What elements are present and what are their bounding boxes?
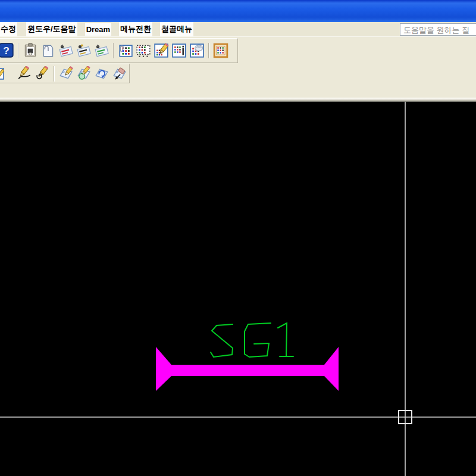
tag-refresh-icon	[94, 66, 109, 82]
menu-item-modify[interactable]: 수정	[0, 22, 17, 36]
toolbar-dock: ?	[0, 37, 476, 102]
toolbar-separator	[208, 43, 209, 58]
toolbar-separator	[113, 43, 114, 58]
menu-item-menu-switch[interactable]: 메뉴전환	[119, 22, 152, 36]
menu-bar: 수정 윈도우/도움말 Dream 메뉴전환 철골메뉴 도움말을 원하는 질	[0, 22, 476, 37]
matchprop-green-button[interactable]	[93, 42, 111, 60]
copy-link-button[interactable]	[39, 42, 57, 60]
glyph-G	[245, 323, 271, 357]
tag-edit-circle-button[interactable]	[75, 65, 93, 82]
pencil-curve-icon	[17, 66, 32, 82]
block-globe-icon	[189, 43, 205, 58]
matchprop-yellow-button[interactable]	[75, 42, 93, 60]
matchprop-yellow-icon	[76, 43, 92, 58]
glyph-S	[211, 324, 233, 357]
tag-pencil-icon	[58, 66, 74, 82]
block-edit-pencil-icon	[154, 43, 169, 58]
toolbar-text-edit	[0, 64, 130, 83]
girder-symbol[interactable]: SG1	[156, 323, 339, 391]
clipped-edit-button[interactable]	[0, 65, 15, 82]
block-paperclip-icon	[118, 43, 133, 58]
edit-polyline-button[interactable]	[15, 65, 33, 82]
pencil-hook-icon	[35, 66, 50, 82]
beam-label	[211, 323, 293, 357]
matchprop-green-icon	[94, 43, 109, 58]
menu-item-steel-menu[interactable]: 철골메뉴	[160, 22, 193, 36]
help-icon: ?	[0, 43, 14, 58]
title-bar	[0, 0, 476, 22]
menu-item-window-help[interactable]: 윈도우/도움말	[26, 22, 77, 36]
tag-pencil-circle-icon	[76, 66, 92, 82]
tag-edit-button[interactable]	[57, 65, 75, 82]
tag-eraser-arrow-icon	[112, 66, 127, 82]
beam-right-arrowhead	[324, 347, 339, 391]
beam-bar	[171, 365, 324, 376]
block-marquee-icon	[136, 43, 151, 58]
block-globe-button[interactable]	[188, 42, 206, 60]
clipboard-paper-icon	[40, 43, 56, 58]
block-attribute-button[interactable]	[170, 42, 188, 60]
paste-icon	[23, 43, 38, 58]
menu-item-dream[interactable]: Dream	[85, 23, 111, 36]
toolbar-standard: ?	[0, 38, 238, 63]
clipped-pencil-sheet-icon	[0, 67, 12, 81]
tag-refresh-button[interactable]	[93, 65, 111, 82]
matchprop-red-icon	[58, 43, 74, 58]
paste-button[interactable]	[21, 42, 39, 60]
block-library-button[interactable]	[212, 42, 230, 60]
matchprop-red-button[interactable]	[57, 42, 75, 60]
tag-erase-button[interactable]	[111, 65, 129, 82]
help-search-input[interactable]: 도움말을 원하는 질	[400, 23, 476, 36]
glyph-1-flag	[278, 323, 287, 356]
beam-left-arrowhead	[156, 347, 171, 391]
block-attribute-icon	[171, 43, 187, 58]
help-button[interactable]: ?	[0, 42, 15, 60]
svg-text:?: ?	[3, 45, 10, 57]
drawing-canvas[interactable]: SG1	[0, 102, 476, 476]
toolbar-separator	[54, 66, 55, 82]
crosshair-cursor[interactable]	[0, 102, 476, 476]
app-window: 수정 윈도우/도움말 Dream 메뉴전환 철골메뉴 도움말을 원하는 질 ?	[0, 0, 476, 476]
block-orange-frame-icon	[213, 43, 228, 58]
block-edit-button[interactable]	[152, 42, 170, 60]
edit-spline-button[interactable]	[33, 65, 51, 82]
block-paperclip-button[interactable]	[117, 42, 134, 60]
block-marquee-button[interactable]	[134, 42, 152, 60]
toolbar-separator	[18, 43, 19, 58]
client-area-edge	[0, 97, 476, 102]
